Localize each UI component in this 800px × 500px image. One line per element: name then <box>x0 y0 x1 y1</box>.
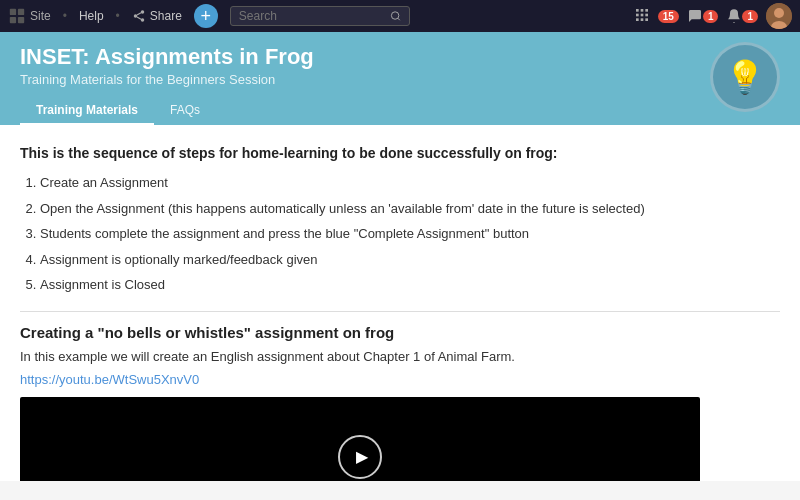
notification-count: 15 <box>658 10 679 23</box>
header-banner: INSET: Assignments in Frog Training Mate… <box>0 32 800 125</box>
help-menu[interactable]: Help <box>79 9 104 23</box>
grid-icon[interactable] <box>634 7 650 26</box>
tab-training-materials[interactable]: Training Materials <box>20 97 154 125</box>
add-button[interactable]: + <box>194 4 218 28</box>
message-badge[interactable]: 1 <box>687 8 719 24</box>
svg-point-4 <box>141 10 145 13</box>
svg-line-10 <box>397 18 399 20</box>
svg-rect-1 <box>18 9 24 15</box>
search-box[interactable] <box>230 6 410 26</box>
section-divider <box>20 311 780 312</box>
intro-heading: This is the sequence of steps for home-l… <box>20 145 780 161</box>
svg-rect-14 <box>636 13 639 16</box>
svg-rect-15 <box>640 13 643 16</box>
page-title: INSET: Assignments in Frog <box>20 44 780 70</box>
topbar: Site • Help • Share + 15 1 1 <box>0 0 800 32</box>
svg-rect-19 <box>645 18 648 21</box>
site-label[interactable]: Site <box>30 9 51 23</box>
svg-point-21 <box>774 8 784 18</box>
bulb-icon: 💡 <box>725 58 765 96</box>
svg-line-7 <box>137 17 141 19</box>
site-logo[interactable]: Site <box>8 7 51 25</box>
page-subtitle: Training Materials for the Beginners Ses… <box>20 72 780 87</box>
notification-badge[interactable]: 15 <box>658 10 679 23</box>
svg-rect-18 <box>640 18 643 21</box>
user-avatar[interactable] <box>766 3 792 29</box>
message-count: 1 <box>703 10 719 23</box>
section2-heading: Creating a "no bells or whistles" assign… <box>20 324 780 341</box>
step-1: Create an Assignment <box>40 173 780 193</box>
help-label: Help <box>79 9 104 23</box>
video-container[interactable] <box>20 397 700 482</box>
play-button[interactable] <box>338 435 382 479</box>
svg-rect-11 <box>636 9 639 12</box>
svg-rect-17 <box>636 18 639 21</box>
main-content: This is the sequence of steps for home-l… <box>0 125 800 481</box>
step-2: Open the Assignment (this happens automa… <box>40 199 780 219</box>
alert-badge[interactable]: 1 <box>726 8 758 24</box>
step-3: Students complete the assignment and pre… <box>40 224 780 244</box>
alert-count: 1 <box>742 10 758 23</box>
svg-rect-16 <box>645 13 648 16</box>
share-label: Share <box>150 9 182 23</box>
section2-intro: In this example we will create an Englis… <box>20 349 780 364</box>
tab-faqs[interactable]: FAQs <box>154 97 216 125</box>
svg-point-5 <box>134 14 138 18</box>
svg-rect-2 <box>10 17 16 23</box>
svg-rect-0 <box>10 9 16 15</box>
svg-point-9 <box>391 12 398 19</box>
step-4: Assignment is optionally marked/feedback… <box>40 250 780 270</box>
svg-rect-13 <box>645 9 648 12</box>
share-menu[interactable]: Share <box>132 9 182 23</box>
steps-list: Create an Assignment Open the Assignment… <box>40 173 780 295</box>
svg-line-8 <box>137 13 141 15</box>
step-5: Assignment is Closed <box>40 275 780 295</box>
svg-point-6 <box>141 18 145 22</box>
header-tabs: Training Materials FAQs <box>20 97 780 125</box>
search-input[interactable] <box>239 9 390 23</box>
topbar-right: 15 1 1 <box>634 3 792 29</box>
svg-rect-12 <box>640 9 643 12</box>
svg-rect-3 <box>18 17 24 23</box>
header-icon: 💡 <box>710 42 780 112</box>
topbar-divider2: • <box>116 9 120 23</box>
topbar-divider: • <box>63 9 67 23</box>
video-link[interactable]: https://youtu.be/WtSwu5XnvV0 <box>20 372 780 387</box>
